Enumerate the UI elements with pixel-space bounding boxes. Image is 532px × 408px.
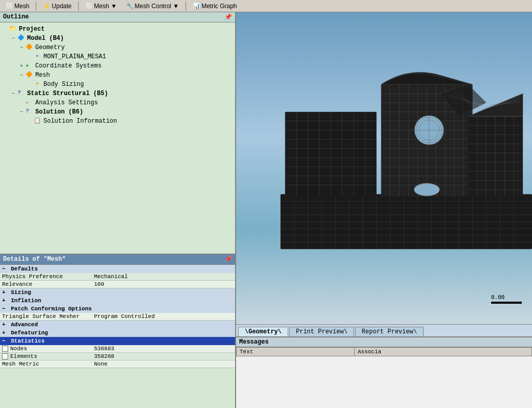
content-area: Outline 📌 📁 Project − 🔷 Model (B4) <box>0 12 532 408</box>
mesh-control-label: Mesh Control ▼ <box>135 3 179 10</box>
left-block <box>285 112 377 197</box>
toggle-advanced[interactable]: + <box>2 322 6 328</box>
body-sizing-label: Body Sizing <box>43 81 84 88</box>
sol-info-icon: 📋 <box>34 117 42 125</box>
tab-print-preview-label: Print Preview\ <box>296 328 348 335</box>
toggle-statistics[interactable]: − <box>2 338 6 344</box>
left-panel: Outline 📌 📁 Project − 🔷 Model (B4) <box>0 12 236 408</box>
tree-item-analysis[interactable]: ✏️ Analysis Settings <box>0 98 235 107</box>
toggle-sizing[interactable]: + <box>2 289 6 296</box>
mesh-control-btn[interactable]: 🔧 Mesh Control ▼ <box>123 1 183 11</box>
details-header: Details of "Mesh" 📌 <box>0 255 235 265</box>
expand-model[interactable]: − <box>10 35 16 41</box>
tab-report-preview[interactable]: Report Preview\ <box>355 327 424 336</box>
messages-col-associa: Associa <box>354 348 531 356</box>
update-label: Update <box>52 3 72 10</box>
geometry-icon: 🔶 <box>26 43 34 52</box>
expand-mont[interactable] <box>27 54 33 60</box>
section-inflation-label: Inflation <box>11 298 41 304</box>
section-defeaturing[interactable]: + Defeaturing <box>0 329 235 337</box>
row-elements: Elements 358268 <box>0 353 235 360</box>
outline-header: Outline 📌 <box>0 12 235 22</box>
mesh-metric-label: Mesh Metric <box>0 360 92 368</box>
tree-item-sol-info[interactable]: 📋 Solution Information <box>0 117 235 126</box>
section-inflation[interactable]: + Inflation <box>0 297 235 305</box>
messages-title: Messages <box>239 338 269 346</box>
physics-pref-label: Physics Preference <box>0 273 92 281</box>
expand-coord[interactable]: + <box>18 63 25 69</box>
update-btn[interactable]: ⚡ Update <box>39 1 75 11</box>
elements-checkbox[interactable] <box>2 353 8 359</box>
mesh-model <box>267 28 532 324</box>
tree-item-geometry[interactable]: − 🔶 Geometry <box>0 43 235 52</box>
toggle-defaults[interactable]: − <box>2 266 6 272</box>
tree-item-model[interactable]: − 🔷 Model (B4) <box>0 34 235 43</box>
mesh-btn[interactable]: ⬜ Mesh ▼ <box>82 1 121 11</box>
section-defeaturing-label: Defeaturing <box>11 330 48 336</box>
tree-item-project[interactable]: 📁 Project <box>0 25 235 34</box>
messages-panel: Messages Text Associa <box>236 336 532 408</box>
tree-item-coord[interactable]: + ✚ Coordinate Systems <box>0 61 235 71</box>
nodes-checkbox[interactable] <box>2 346 8 352</box>
static-struct-label: Static Structural (B5) <box>27 90 108 97</box>
tab-report-preview-label: Report Preview\ <box>362 328 417 335</box>
toggle-patch-conforming[interactable]: − <box>2 306 6 312</box>
nodes-value: 536883 <box>92 345 235 353</box>
tree-item-mesh[interactable]: − 🔶 Mesh <box>0 71 235 80</box>
mesh-menu-label: Mesh <box>14 3 29 10</box>
viewport[interactable]: 0.00 <box>236 12 532 324</box>
right-panel: 0.00 \Geometry\ Print Preview\ Report Pr… <box>236 12 532 408</box>
expand-mesh[interactable]: − <box>18 72 25 78</box>
expand-geometry[interactable]: − <box>18 44 25 51</box>
tree-item-solution[interactable]: − ? Solution (B6) <box>0 107 235 117</box>
section-advanced[interactable]: + Advanced <box>0 321 235 329</box>
project-icon: 📁 <box>9 25 17 33</box>
viewport-tabs: \Geometry\ Print Preview\ Report Preview… <box>236 324 532 336</box>
section-statistics-label: Statistics <box>11 338 44 344</box>
right-block <box>468 117 523 197</box>
mesh-menu-btn[interactable]: ⬜ Mesh <box>2 1 33 11</box>
expand-body-sizing[interactable] <box>27 81 33 87</box>
expand-solution[interactable]: − <box>18 109 25 115</box>
section-patch-conforming[interactable]: − Patch Conforming Options <box>0 305 235 313</box>
nodes-label: Nodes <box>0 345 92 353</box>
row-mesh-metric: Mesh Metric None <box>0 360 235 368</box>
expand-sol-info[interactable] <box>27 118 33 124</box>
scale-value: 0.00 <box>491 294 505 301</box>
outline-panel: Outline 📌 📁 Project − 🔷 Model (B4) <box>0 12 235 255</box>
expand-static-struct[interactable]: − <box>10 90 16 97</box>
tab-geometry[interactable]: \Geometry\ <box>238 327 288 336</box>
section-defaults[interactable]: − Defaults <box>0 265 235 273</box>
physics-pref-value: Mechanical <box>92 273 235 281</box>
tree-item-mont[interactable]: 🔹 MONT_PLAINA_MESA1 <box>0 52 235 61</box>
expand-analysis[interactable] <box>18 100 25 106</box>
mont-icon: 🔹 <box>34 53 42 61</box>
metric-graph-icon: 📊 <box>193 3 200 10</box>
project-label: Project <box>19 26 44 33</box>
details-title: Details of "Mesh" <box>3 256 65 263</box>
section-sizing-label: Sizing <box>11 289 31 296</box>
expand-project[interactable] <box>2 26 8 32</box>
mesh-metric-value: None <box>92 360 235 368</box>
messages-table[interactable]: Text Associa <box>236 347 532 408</box>
toggle-inflation[interactable]: + <box>2 298 6 304</box>
tree-item-static-struct[interactable]: − ? Static Structural (B5) <box>0 89 235 98</box>
row-physics-pref: Physics Preference Mechanical <box>0 273 235 281</box>
details-table[interactable]: − Defaults Physics Preference Mechanical… <box>0 265 235 407</box>
tab-print-preview[interactable]: Print Preview\ <box>289 327 354 336</box>
triangle-mesher-label: Triangle Surface Mesher <box>0 313 92 321</box>
mesh-tree-label: Mesh <box>35 72 50 79</box>
top-curved <box>381 72 473 84</box>
mesh-tree-icon: 🔶 <box>26 71 34 79</box>
details-pin-icon: 📌 <box>224 256 232 263</box>
toggle-defeaturing[interactable]: + <box>2 330 6 336</box>
geometry-label: Geometry <box>35 44 65 51</box>
static-struct-icon: ? <box>17 89 26 98</box>
toolbar-separator-1 <box>36 2 36 11</box>
section-statistics[interactable]: − Statistics <box>0 337 235 345</box>
outline-tree[interactable]: 📁 Project − 🔷 Model (B4) − 🔶 Geometry <box>0 22 235 253</box>
section-sizing[interactable]: + Sizing <box>0 288 235 297</box>
tree-item-body-sizing[interactable]: 🔸 Body Sizing <box>0 80 235 89</box>
metric-graph-btn[interactable]: 📊 Metric Graph <box>189 1 240 11</box>
mesh-menu-icon: ⬜ <box>6 3 13 10</box>
